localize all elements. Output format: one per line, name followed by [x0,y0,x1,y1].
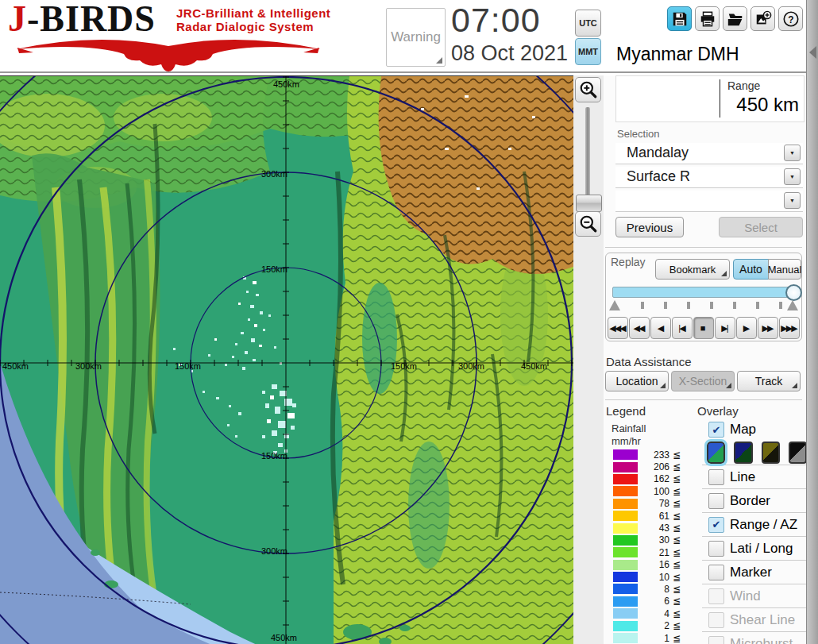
track-button[interactable]: Track [737,371,801,391]
legend-row: 2≦ [613,619,699,631]
open-folder-icon [727,10,744,28]
range-ring-label: 300km [261,546,287,556]
unchecked-checkbox-icon[interactable] [708,565,724,580]
jump-end-button[interactable]: ▶▶▶ [779,317,800,339]
legend-color-swatch [613,449,638,460]
step-forward-button[interactable]: ▶| [715,317,735,339]
help-button[interactable]: ? [778,6,803,31]
replay-slider-handle[interactable] [785,284,802,301]
radar-map[interactable]: 450km300km150km150km300km450km450km300km… [0,75,573,644]
rain-echo [227,424,230,426]
select-button[interactable]: Select [719,217,803,237]
legend-value: 8 [638,584,669,595]
checked-checkbox-icon[interactable]: ✔ [708,422,724,438]
slider-tick [779,302,782,309]
window-edge [806,0,818,644]
unchecked-checkbox-icon[interactable] [708,469,724,485]
rain-echo [253,281,257,284]
range-ring-label: 300km [261,169,287,179]
overlay-item-microburst: Microburst [702,631,807,644]
overlay-item-marker[interactable]: Marker [702,560,807,584]
checked-checkbox-icon[interactable]: ✔ [708,517,724,533]
rain-echo [242,367,245,370]
add-image-button[interactable] [750,6,775,31]
station-dropdown[interactable]: Mandalay ▼ [615,143,803,164]
legend-value: 61 [638,511,669,522]
zoom-slider-track[interactable] [585,107,590,199]
play-reverse-button[interactable]: ◀ [650,317,671,339]
location-button[interactable]: Location [605,371,669,391]
overlay-item-label: Wind [730,588,761,604]
svg-text:?: ? [788,13,793,25]
zoom-slider-handle[interactable] [576,195,602,212]
print-button[interactable] [695,6,720,31]
overlay-item-line[interactable]: Line [702,465,807,488]
separator [605,247,802,248]
map-style-2[interactable] [734,442,752,464]
legend-color-swatch [613,560,638,570]
slider-tick [710,302,713,309]
legend-row: 43≦ [613,522,699,534]
mmt-button[interactable]: MMT [575,38,601,65]
collapse-panel-arrow[interactable] [809,46,816,59]
x-section-button[interactable]: X-Section [671,371,735,391]
overlay-item-map[interactable]: ✔Map [702,418,807,441]
save-button[interactable] [667,6,692,31]
product-dropdown[interactable]: Surface R ▼ [615,167,803,188]
radar-map-canvas: 450km300km150km150km300km450km450km300km… [0,76,573,644]
header: J-BIRDS JRC-Brilliant & Intelligent Rada… [0,0,818,73]
rain-echo [214,338,217,341]
slider-tick [641,302,644,309]
chevron-down-icon[interactable]: ▼ [784,192,801,209]
unchecked-checkbox-icon[interactable] [708,541,724,557]
data-assistance-label: Data Assistance [606,355,692,368]
slider-end-marker[interactable] [787,300,798,310]
selection-label: Selection [617,128,659,140]
previous-button[interactable]: Previous [615,217,684,237]
eagle-icon [10,37,327,71]
stop-button[interactable]: ■ [693,317,714,339]
legend-row: 61≦ [613,510,699,522]
rain-echo [262,391,265,394]
warning-button[interactable]: Warning [386,8,446,67]
unchecked-checkbox-icon[interactable] [708,493,724,509]
auto-mode-button[interactable]: Auto [733,259,769,280]
utc-button[interactable]: UTC [575,10,601,37]
fast-rewind-button[interactable]: ◀◀ [629,317,650,339]
overlay-label: Overlay [697,404,739,418]
map-style-1[interactable] [707,442,725,464]
legend-value: 30 [638,534,669,546]
overlay-item-border[interactable]: Border [702,488,807,512]
open-folder-button[interactable] [723,6,747,31]
overlay-item-wind: Wind [702,584,807,607]
zoom-in-button[interactable] [575,77,601,102]
step-back-button[interactable]: |◀ [672,317,693,339]
range-ring-label: 450km [521,361,547,371]
fast-forward-button[interactable]: ▶▶ [758,317,778,339]
legend-value: 4 [638,608,669,619]
logo-title-j: J [8,0,27,39]
lte-symbol: ≦ [673,584,681,595]
manual-mode-button[interactable]: Manual [768,259,801,280]
option-dropdown[interactable]: ▼ [615,191,803,212]
chevron-down-icon[interactable]: ▼ [784,145,801,161]
rain-echo [245,351,248,354]
overlay-item-range-az[interactable]: ✔Range / AZ [702,512,807,536]
replay-timeline-slider[interactable] [612,287,797,298]
chevron-down-icon[interactable]: ▼ [784,168,801,185]
legend-row: 233≦ [613,449,699,461]
rain-echo [229,405,231,407]
map-style-4[interactable] [789,442,807,464]
slider-start-marker[interactable] [609,300,620,310]
jump-start-button[interactable]: ◀◀◀ [608,317,628,339]
legend-color-swatch [613,511,638,521]
legend-value: 10 [638,572,669,583]
play-button[interactable]: ▶ [736,317,757,339]
overlay-item-lati-long[interactable]: Lati / Long [702,536,807,560]
bookmark-button[interactable]: Bookmark [655,259,730,280]
lte-symbol: ≦ [673,486,681,497]
zoom-out-button[interactable] [575,211,601,237]
overlay-item-label: Map [730,422,756,438]
map-style-3[interactable] [762,442,780,464]
legend-value: 43 [638,523,669,534]
